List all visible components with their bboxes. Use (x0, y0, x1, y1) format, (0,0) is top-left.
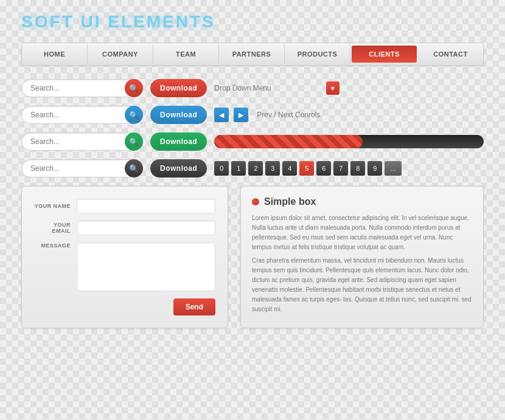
simple-box-title: Simple box (264, 196, 316, 207)
search-wrap-1: 🔍 (21, 79, 143, 97)
download-button-3[interactable]: Download (150, 133, 207, 151)
message-label: MESSAGE (34, 243, 71, 249)
download-button-4[interactable]: Download (150, 159, 207, 177)
nav-team[interactable]: TEAM (153, 44, 219, 64)
pagination: 0 1 2 3 4 5 6 7 8 9 ... (214, 161, 402, 176)
email-row: YOUR EMAIL (34, 221, 215, 235)
download-button-1[interactable]: Download (150, 79, 207, 97)
message-row: MESSAGE (34, 243, 215, 291)
page-dots[interactable]: ... (385, 161, 402, 176)
email-input[interactable] (77, 221, 215, 235)
nav-company[interactable]: COMPANY (88, 44, 153, 64)
nav-products[interactable]: PRODUCTS (285, 44, 350, 64)
row-1: 🔍 Download Drop Down Menu ▼ (21, 79, 484, 97)
nav-clients[interactable]: CLIENTS (352, 46, 417, 63)
search-wrap-2: 🔍 (21, 106, 143, 124)
row-2: 🔍 Download ◀ ▶ Prev / Next Conrols (21, 106, 484, 124)
dropdown-label: Drop Down Menu (214, 84, 271, 92)
dropdown-arrow[interactable]: ▼ (326, 81, 340, 95)
row-4: 🔍 Download 0 1 2 3 4 5 6 7 8 9 ... (21, 159, 484, 177)
search-button-4[interactable]: 🔍 (125, 159, 143, 177)
name-label: YOUR NAME (34, 203, 71, 209)
send-button[interactable]: Send (173, 298, 215, 315)
dropdown-wrap: Drop Down Menu ▼ (214, 81, 484, 95)
box-paragraph-2: Cras pharetra elementum massa, vel tinci… (252, 256, 472, 314)
page-7[interactable]: 7 (333, 161, 348, 176)
navigation: HOME COMPANY TEAM PARTNERS PRODUCTS CLIE… (21, 43, 484, 66)
box-paragraph-1: Lorem ipsum dolor sit amet, consectetur … (252, 213, 472, 252)
message-textarea[interactable] (77, 243, 215, 291)
next-button[interactable]: ▶ (234, 108, 248, 122)
search-button-2[interactable]: 🔍 (125, 106, 143, 124)
search-button-1[interactable]: 🔍 (125, 79, 143, 97)
nav-contact[interactable]: CONTACT (418, 44, 483, 64)
page-3[interactable]: 3 (265, 161, 280, 176)
simple-box-body: Lorem ipsum dolor sit amet, consectetur … (252, 213, 472, 314)
progress-fill (214, 135, 362, 148)
red-dot-icon (252, 198, 259, 205)
name-row: YOUR NAME (34, 199, 215, 213)
search-button-3[interactable]: 🔍 (125, 133, 143, 151)
download-button-2[interactable]: Download (150, 106, 207, 124)
page-6[interactable]: 6 (316, 161, 331, 176)
name-input[interactable] (77, 199, 215, 213)
email-label: YOUR EMAIL (34, 222, 71, 234)
page-5[interactable]: 5 (299, 161, 314, 176)
page-1[interactable]: 1 (231, 161, 246, 176)
page-2[interactable]: 2 (248, 161, 263, 176)
simple-box: Simple box Lorem ipsum dolor sit amet, c… (240, 186, 484, 328)
prev-button[interactable]: ◀ (214, 108, 229, 122)
contact-form: YOUR NAME YOUR EMAIL MESSAGE Send (21, 186, 228, 328)
prev-next-label: Prev / Next Conrols (257, 111, 320, 119)
row-3: 🔍 Download (21, 133, 484, 151)
nav-partners[interactable]: PARTNERS (219, 44, 285, 64)
page-4[interactable]: 4 (282, 161, 297, 176)
page-0[interactable]: 0 (214, 161, 229, 176)
page-9[interactable]: 9 (367, 161, 382, 176)
bottom-section: YOUR NAME YOUR EMAIL MESSAGE Send Simple… (21, 186, 484, 328)
page-8[interactable]: 8 (350, 161, 365, 176)
prev-next-controls: ◀ ▶ Prev / Next Conrols (214, 108, 320, 122)
page-title: SOFT UI ELEMENTS (21, 12, 484, 32)
search-wrap-3: 🔍 (21, 133, 143, 151)
search-wrap-4: 🔍 (21, 159, 143, 177)
progress-bar (214, 135, 484, 148)
simple-box-header: Simple box (252, 196, 472, 207)
send-wrap: Send (34, 298, 215, 315)
nav-home[interactable]: HOME (22, 44, 88, 64)
